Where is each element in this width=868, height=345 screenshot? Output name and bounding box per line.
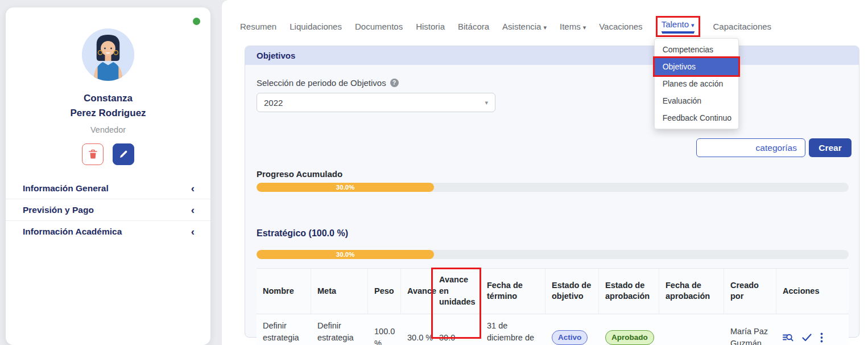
sidebar-item-informacion-general[interactable]: Información General ‹: [6, 178, 210, 199]
caret-down-icon: ▾: [583, 24, 586, 31]
col-header-estado-de-aprobacion: Estado de aprobación: [599, 269, 659, 314]
person-name: Constanza Perez Rodriguez: [34, 91, 182, 120]
profile-card: Constanza Perez Rodriguez Vendedor Infor…: [6, 7, 210, 345]
strategic-progress-value: 30.0%: [336, 251, 355, 258]
annotation-box-talento: Talento▾ Competencias Objetivos Planes d…: [656, 16, 700, 37]
progress-total-value: 30.0%: [336, 184, 355, 191]
cell-peso: 100.0 %: [368, 314, 401, 345]
objetivos-panel: Objetivos Selección de periodo de Objeti…: [245, 46, 859, 338]
tab-items[interactable]: Items▾: [560, 22, 586, 31]
online-status-dot: [193, 18, 200, 25]
create-button-label: Crear: [819, 143, 842, 153]
period-select-label: Selección de periodo de Objetivos: [257, 78, 386, 88]
tab-label: Items: [560, 22, 581, 31]
cell-creado-por: María Paz Guzmán: [724, 314, 776, 345]
panel-header: Objetivos: [245, 46, 859, 65]
tab-capacitaciones[interactable]: Capacitaciones: [713, 22, 772, 31]
tab-talento[interactable]: Talento▾: [662, 19, 695, 32]
caret-down-icon: ▾: [485, 99, 488, 106]
section-label: Información General: [23, 183, 109, 194]
cell-estado-de-objetivo: Activo: [545, 314, 599, 345]
col-header-creado-por: Creado por: [724, 269, 776, 314]
caret-down-icon: ▾: [691, 22, 695, 28]
objectives-table: Nombre Meta Peso Avance Avance en unidad…: [257, 268, 849, 345]
status-badge-aprobado: Aprobado: [605, 330, 654, 345]
panel-body: Selección de periodo de Objetivos ? 2022…: [245, 65, 859, 337]
menu-item-competencias[interactable]: Competencias: [655, 41, 738, 58]
period-select[interactable]: 2022 ▾: [257, 93, 495, 112]
tab-bar: Resumen Liquidaciones Documentos Histori…: [240, 15, 771, 37]
menu-item-planes-de-accion[interactable]: Planes de acción: [655, 75, 738, 92]
col-header-avance: Avance: [401, 269, 433, 314]
strategic-progress-fill: 30.0%: [257, 250, 434, 259]
pencil-icon: [119, 150, 128, 159]
chevron-collapsed-icon: ‹: [191, 226, 195, 237]
cell-fecha-de-termino: 31 de diciembre de 2023: [481, 314, 545, 345]
approve-button[interactable]: [802, 334, 812, 342]
profile-actions: [6, 143, 210, 165]
menu-item-evaluacion[interactable]: Evaluación: [655, 92, 738, 109]
chevron-collapsed-icon: ‹: [191, 183, 195, 194]
period-select-value: 2022: [264, 98, 283, 108]
progress-total-bar: 30.0%: [257, 183, 849, 192]
delete-employee-button[interactable]: [82, 143, 104, 165]
person-last-name: Perez Rodriguez: [34, 106, 182, 121]
col-header-nombre: Nombre: [257, 269, 311, 314]
section-label: Previsión y Pago: [23, 205, 94, 215]
search-list-icon: [783, 333, 793, 343]
avatar: [82, 28, 134, 81]
more-options-button[interactable]: [820, 332, 823, 343]
section-label: Información Académica: [23, 227, 122, 237]
cell-avance-en-unidades: 30.0: [433, 314, 481, 345]
caret-down-icon: ▾: [543, 24, 547, 31]
view-details-button[interactable]: [783, 333, 793, 343]
panel-title: Objetivos: [257, 51, 295, 60]
avatar-illustration: [82, 28, 134, 81]
table-header-row: Nombre Meta Peso Avance Avance en unidad…: [257, 268, 849, 314]
categories-button-label: categorías: [756, 143, 797, 153]
trash-icon: [88, 149, 98, 159]
period-label-row: Selección de periodo de Objetivos ?: [257, 65, 848, 88]
col-header-meta: Meta: [311, 269, 368, 314]
cell-fecha-de-aprobacion: [659, 314, 724, 345]
cell-meta: Definir estrategia 2027: [311, 314, 368, 345]
menu-item-objetivos[interactable]: Objetivos: [655, 58, 738, 75]
tab-asistencia[interactable]: Asistencia▾: [502, 22, 547, 31]
tab-historia[interactable]: Historia: [416, 22, 445, 31]
table-row: Definir estrategia 2027 Definir estrateg…: [257, 314, 849, 345]
progress-total-fill: 30.0%: [257, 183, 434, 192]
create-button[interactable]: Crear: [809, 138, 852, 157]
col-header-avance-en-unidades: Avance en unidades: [433, 269, 481, 314]
kebab-menu-icon: [820, 332, 823, 343]
categories-button[interactable]: categorías: [696, 138, 805, 157]
sidebar-item-informacion-academica[interactable]: Información Académica ‹: [6, 220, 210, 242]
cell-avance: 30.0 %: [401, 314, 433, 345]
menu-item-feedback-continuo[interactable]: Feedback Continuo: [655, 109, 738, 126]
tab-label: Talento: [662, 19, 689, 29]
col-header-peso: Peso: [368, 269, 401, 314]
col-header-estado-de-objetivo: Estado de objetivo: [545, 269, 599, 314]
person-first-name: Constanza: [34, 91, 182, 106]
progress-total-label: Progreso Acumulado: [257, 169, 342, 179]
strategic-section-title: Estratégico (100.0 %): [257, 228, 348, 239]
help-icon[interactable]: ?: [390, 79, 399, 87]
cell-nombre: Definir estrategia 2027: [257, 314, 311, 345]
talento-dropdown-menu: Competencias Objetivos Planes de acción …: [654, 38, 739, 129]
col-header-fecha-de-aprobacion: Fecha de aprobación: [659, 269, 724, 314]
cell-acciones: [776, 314, 849, 345]
tab-resumen[interactable]: Resumen: [240, 22, 276, 31]
col-header-acciones: Acciones: [776, 269, 849, 314]
col-header-fecha-de-termino: Fecha de término: [481, 269, 545, 314]
edit-employee-button[interactable]: [113, 143, 134, 165]
tab-documentos[interactable]: Documentos: [355, 22, 403, 31]
tab-label: Asistencia: [502, 22, 541, 31]
chevron-collapsed-icon: ‹: [191, 204, 195, 215]
tab-vacaciones[interactable]: Vacaciones: [599, 22, 642, 31]
tab-bitacora[interactable]: Bitácora: [458, 22, 489, 31]
tab-liquidaciones[interactable]: Liquidaciones: [290, 22, 342, 31]
person-role: Vendedor: [6, 125, 210, 134]
profile-accordion: Información General ‹ Previsión y Pago ‹…: [6, 178, 210, 242]
sidebar-item-prevision-y-pago[interactable]: Previsión y Pago ‹: [6, 199, 210, 220]
cell-estado-de-aprobacion: Aprobado: [599, 314, 659, 345]
status-badge-activo: Activo: [552, 330, 588, 345]
